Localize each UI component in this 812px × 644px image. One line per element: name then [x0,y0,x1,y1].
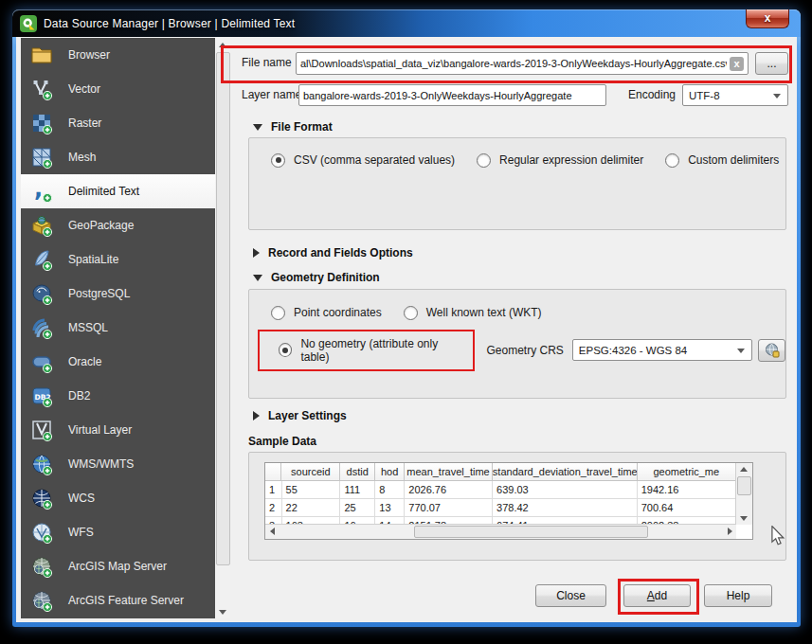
radio-icon [477,153,491,168]
scroll-down-icon[interactable] [736,512,751,525]
sidebar-item-browser[interactable]: Browser [21,38,215,72]
close-window-button[interactable]: x [746,9,789,28]
table-cell: 700.64 [638,499,736,517]
mssql-icon [30,316,53,339]
sidebar-item-vector[interactable]: Vector [21,72,215,106]
chevron-down-icon [773,94,781,98]
radio-option[interactable]: Point coordinates [271,306,382,320]
column-header[interactable]: dstid [340,463,375,481]
sidebar-item-postgresql[interactable]: PostgreSQL [21,277,215,311]
geometry-crs-label: Geometry CRS [486,344,563,357]
table-viewport[interactable]: sourceiddstidhodmean_travel_timestandard… [265,463,736,525]
table-cell: 8 [375,481,405,499]
folder-icon [30,44,53,66]
window-title: Data Source Manager | Browser | Delimite… [44,17,295,30]
expand-triangle-icon [253,411,260,420]
virtual-layer-icon [30,419,53,441]
table-cell: 55 [282,481,341,499]
sidebar-item-arcgis-feature-server[interactable]: ArcGIS Feature Server [21,583,215,617]
clear-text-icon[interactable]: x [730,57,744,71]
sidebar-item-arcgis-map-server[interactable]: ArcGIS Map Server [21,549,215,583]
scroll-down-icon[interactable] [215,605,230,618]
sample-data-group: sourceiddstidhodmean_travel_timestandard… [248,452,786,561]
radio-icon [404,306,418,320]
sidebar-item-wfs[interactable]: WFS [21,515,215,549]
table-cell: 2026.76 [405,481,493,499]
radio-icon [279,343,292,357]
radio-option[interactable]: CSV (comma separated values) [271,153,455,168]
sidebar-scrollbar[interactable] [215,38,230,618]
column-header[interactable]: hod [375,463,405,481]
geometry-crs-select[interactable]: EPSG:4326 - WGS 84 [572,339,752,361]
wcs-icon [30,487,53,510]
table-cell: 639.03 [493,481,638,499]
column-header[interactable]: geometric_me [638,463,736,481]
sidebar-item-virtual-layer[interactable]: Virtual Layer [21,413,215,447]
sidebar-item-oracle[interactable]: Oracle [21,345,215,379]
help-button[interactable]: Help [704,584,772,607]
sidebar-item-mesh[interactable]: Mesh [21,140,215,174]
sidebar-item-raster[interactable]: Raster [21,106,215,140]
table-vertical-scrollbar[interactable] [735,463,752,525]
dialog-body: Browser Vector Raster Mesh , Delimited T… [16,37,797,622]
annotation-box-no-geometry: No geometry (attribute only table) [258,330,475,371]
row-number-header[interactable] [265,463,281,481]
section-file-format[interactable]: File Format [253,120,333,134]
add-button[interactable]: Add [623,584,691,607]
scroll-up-icon[interactable] [736,463,751,475]
delimited-text-icon: , [30,180,53,203]
table-row: 15511182026.76639.031942.16 [265,481,736,499]
geometry-definition-group: Point coordinates Well known text (WKT) … [248,289,786,399]
geopackage-icon [30,214,53,237]
encoding-label: Encoding [628,88,676,101]
file-name-label: File name [242,56,292,69]
title-bar[interactable]: Data Source Manager | Browser | Delimite… [12,9,801,37]
browse-file-button[interactable]: ... [755,52,788,75]
sample-data-table[interactable]: sourceiddstidhodmean_travel_timestandard… [264,462,753,540]
sidebar-item-db2[interactable]: DB2 DB2 [21,379,215,413]
section-record-fields[interactable]: Record and Fields Options [253,246,413,259]
encoding-select[interactable]: UTF-8 [682,84,788,106]
radio-icon [271,306,285,320]
close-button[interactable]: Close [535,584,606,607]
sidebar-item-mssql[interactable]: MSSQL [21,311,215,345]
layer-name-label: Layer name [242,88,301,101]
screen: { "window": { "title": "Data Source Mana… [0,0,812,644]
qgis-logo-icon [20,15,37,32]
layer-name-input[interactable] [298,84,606,106]
scroll-right-icon[interactable] [723,525,736,538]
table-row: 2222513770.07378.42700.64 [265,499,736,517]
spatialite-icon [30,248,53,271]
section-layer-settings[interactable]: Layer Settings [253,409,347,422]
crs-selector-button[interactable] [758,339,785,362]
sidebar-item-geopackage[interactable]: GeoPackage [21,208,215,242]
section-geometry-definition[interactable]: Geometry Definition [253,271,380,284]
sidebar-item-delimited-text[interactable]: , Delimited Text [21,174,215,208]
row-number: 2 [265,499,282,517]
scrollbar-thumb[interactable] [216,52,230,565]
file-name-input[interactable] [296,52,749,75]
oracle-icon [30,350,53,373]
sidebar-item-wms-wmts[interactable]: WMS/WMTS [21,447,215,481]
column-header[interactable]: standard_deviation_travel_time [493,463,638,481]
sidebar-item-spatialite[interactable]: SpatiaLite [21,242,215,277]
chevron-down-icon [737,349,745,353]
scroll-left-icon[interactable] [265,525,279,538]
data-source-manager-window: Data Source Manager | Browser | Delimite… [12,9,801,627]
radio-icon [665,153,679,168]
radio-icon [271,153,285,168]
raster-icon [30,112,53,134]
column-header[interactable]: mean_travel_time [405,463,493,481]
column-header[interactable]: sourceid [281,463,340,481]
table-horizontal-scrollbar[interactable] [265,524,736,539]
radio-option[interactable]: Well known text (WKT) [404,306,542,320]
scroll-up-icon[interactable] [215,38,230,51]
sample-data-title: Sample Data [248,435,316,448]
db2-icon: DB2 [30,385,53,407]
radio-option[interactable]: No geometry (attribute only table) [279,337,461,364]
radio-option[interactable]: Custom delimiters [665,153,779,168]
arcgis-map-icon [30,555,53,578]
radio-option[interactable]: Regular expression delimiter [477,153,643,168]
svg-text:,: , [34,180,43,202]
sidebar-item-wcs[interactable]: WCS [21,481,215,515]
